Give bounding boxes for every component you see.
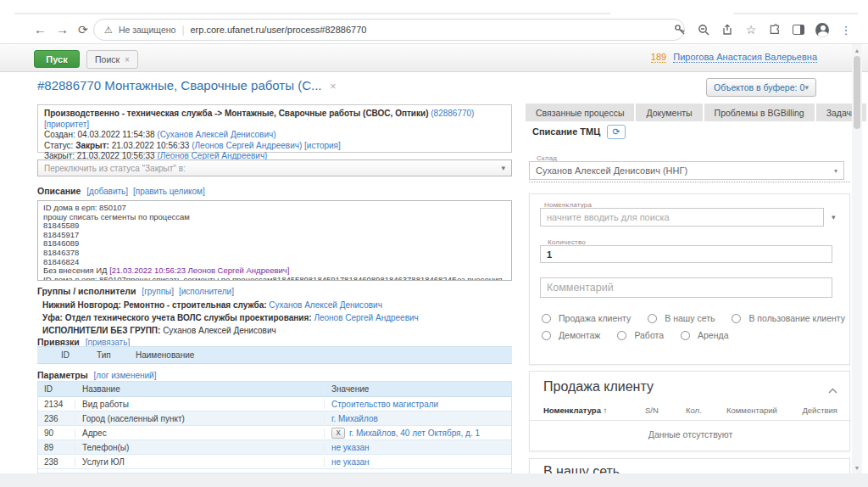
status-line: Статус: Закрыт: 21.03.2022 10:56:33 (Лео…: [44, 141, 505, 152]
bookmark-star-icon[interactable]: ☆: [744, 23, 758, 36]
comment-field-wrap: [540, 277, 832, 298]
groups-link[interactable]: [группы]: [142, 287, 174, 296]
col-name[interactable]: Название: [75, 384, 325, 394]
group-row: Уфа: Отдел технического учета ВОЛС служб…: [42, 311, 419, 324]
description-textarea[interactable]: ID дома в ерп: 850107 прошу списать сегм…: [37, 200, 512, 281]
chevron-down-icon[interactable]: ▾: [832, 213, 836, 221]
status-switch-select[interactable]: Переключить из статуса "Закрыт" в:▾: [37, 160, 512, 176]
col-name[interactable]: Наименование: [136, 350, 512, 360]
executor-link[interactable]: Суханов Алексей Денисович: [269, 300, 382, 310]
description-edit-link[interactable]: [править целиком]: [133, 187, 205, 196]
param-value-link[interactable]: г. Михайлов, 40 лет Октября, д. 1: [349, 428, 480, 438]
group-row: ИСПОЛНИТЕЛИ БЕЗ ГРУПП: Суханов Алексей Д…: [42, 324, 419, 337]
created-by-link[interactable]: (Суханов Алексей Денисович): [157, 130, 275, 139]
radio-rent[interactable]: Аренда: [681, 330, 728, 340]
current-user-link[interactable]: Пирогова Анастасия Валерьевна: [673, 52, 817, 63]
buffer-button[interactable]: Объектов в буфере: 0▾: [706, 78, 816, 97]
start-button[interactable]: Пуск: [34, 50, 80, 68]
quantity-input[interactable]: [540, 245, 832, 263]
comment-input[interactable]: [540, 277, 832, 298]
side-panel-icon[interactable]: [792, 23, 805, 36]
process-id-link[interactable]: (82886770): [431, 109, 474, 118]
radio-client-use[interactable]: В пользование клиенту: [732, 313, 845, 323]
zoom-out-icon[interactable]: [697, 23, 710, 36]
executors-link[interactable]: [исполнители]: [179, 287, 234, 296]
col-qty[interactable]: Кол.: [686, 406, 726, 415]
col-sn[interactable]: S/N: [645, 406, 686, 415]
extensions-puzzle-icon[interactable]: [768, 23, 782, 36]
parameters-header-row: ID Название Значение: [38, 382, 511, 397]
sale-table-header: Номенклатура ↑ S/N Кол. Комментарий Дейс…: [543, 406, 837, 415]
related-tabs: Связанные процессы Документы Проблемы в …: [526, 104, 866, 121]
col-type[interactable]: Тип: [97, 350, 136, 360]
title-close-icon[interactable]: ×: [331, 81, 337, 92]
chevron-down-icon: ▾: [834, 167, 837, 175]
tab-bgbilling-problems[interactable]: Проблемы в BGBilling: [704, 104, 815, 121]
tab-search-label: Поиск: [95, 54, 120, 64]
not-secure-warning-icon: ⚠: [104, 25, 113, 36]
menu-dots-icon[interactable]: ⋮: [839, 23, 853, 36]
param-value-link[interactable]: Строительство магистрали: [331, 400, 438, 409]
process-path-line: Производственно - техническая служба -> …: [44, 109, 505, 130]
radio-icon: [617, 331, 626, 340]
table-row: 238 Услуги ЮЛ не указан: [38, 455, 511, 469]
description-heading: Описание [добавить] [править целиком]: [37, 186, 208, 196]
reload-icon[interactable]: ⟳: [78, 15, 88, 44]
table-row: 90 Адрес X г. Михайлов, 40 лет Октября, …: [38, 426, 511, 440]
parameters-table: ID Название Значение 2134 Вид работы Стр…: [37, 381, 512, 473]
col-value[interactable]: Значение: [325, 384, 511, 394]
scrollbar-thumb[interactable]: [854, 56, 860, 129]
sale-section-card: Продажа клиенту Номенклатура ↑ S/N Кол. …: [529, 371, 850, 451]
radio-icon: [732, 314, 741, 323]
history-link[interactable]: [история]: [304, 141, 341, 150]
collapse-chevron-icon[interactable]: [828, 382, 837, 397]
clear-address-button[interactable]: X: [331, 428, 345, 439]
scroll-up-icon[interactable]: ▲: [852, 45, 862, 55]
tab-close-icon[interactable]: ×: [125, 55, 130, 64]
address-bar[interactable]: ⚠ Не защищено | erp.core.ufanet.ru/user/…: [93, 19, 685, 41]
radio-work[interactable]: Работа: [617, 330, 664, 340]
executor-link[interactable]: Леонов Сергей Андреевич: [314, 313, 418, 322]
page-scrollbar[interactable]: ▲ ▼: [852, 44, 862, 473]
col-id[interactable]: ID: [38, 384, 75, 394]
col-actions: Действия: [796, 406, 837, 415]
bindings-table: ID Тип Наименование: [37, 346, 512, 364]
forward-icon[interactable]: →: [56, 15, 69, 44]
active-tab-row: Списание ТМЦ ⟳: [526, 124, 626, 139]
radio-to-our-network[interactable]: В нашу сеть: [648, 313, 715, 323]
warehouse-select[interactable]: Суханов Алексей Денисович (ННГ) ▾: [529, 161, 844, 180]
status-by-link[interactable]: (Леонов Сергей Андреевич): [192, 141, 302, 150]
radio-icon: [542, 331, 551, 340]
password-key-icon[interactable]: [673, 23, 687, 36]
back-icon[interactable]: ←: [34, 15, 47, 44]
security-label: Не защищено: [119, 25, 176, 35]
tab-related-processes[interactable]: Связанные процессы: [526, 104, 634, 121]
col-nomenclature[interactable]: Номенклатура ↑: [543, 406, 645, 415]
refresh-icon[interactable]: ⟳: [607, 125, 626, 139]
tab-documents[interactable]: Документы: [636, 104, 702, 121]
scroll-down-icon[interactable]: ▼: [852, 462, 862, 473]
nomenclature-select[interactable]: начните вводить для поиска: [540, 208, 824, 227]
priority-link[interactable]: [приоритет]: [44, 120, 89, 129]
sale-section-title: Продажа клиенту: [543, 379, 654, 395]
parameters-heading: Параметры [лог изменений]: [37, 370, 159, 380]
tab-tmc-writeoff[interactable]: Списание ТМЦ: [526, 124, 602, 139]
groups-heading: Группы / исполнители [группы] [исполните…: [37, 286, 236, 296]
radio-sale-to-client[interactable]: Продажа клиенту: [542, 313, 631, 323]
dotted-divider: [529, 182, 850, 182]
param-value-link[interactable]: не указан: [331, 443, 370, 452]
change-log-link[interactable]: [лог изменений]: [94, 371, 157, 380]
notification-count[interactable]: 189: [651, 52, 666, 63]
param-value-link[interactable]: не указан: [331, 457, 370, 467]
col-comment[interactable]: Комментарий: [726, 406, 796, 415]
url-text: erp.core.ufanet.ru/user/process#82886770: [191, 25, 367, 35]
tab-search[interactable]: Поиск ×: [86, 50, 138, 69]
col-id[interactable]: ID: [61, 350, 97, 360]
profile-avatar-icon[interactable]: [815, 23, 829, 36]
param-value-link[interactable]: г. Михайлов: [331, 414, 378, 423]
sort-asc-icon: ↑: [604, 406, 608, 415]
writeoff-type-radios-row1: Продажа клиенту В нашу сеть В пользовани…: [542, 313, 845, 323]
radio-dismantle[interactable]: Демонтаж: [542, 330, 600, 340]
description-add-link[interactable]: [добавить]: [86, 187, 128, 196]
share-icon[interactable]: [721, 23, 734, 36]
